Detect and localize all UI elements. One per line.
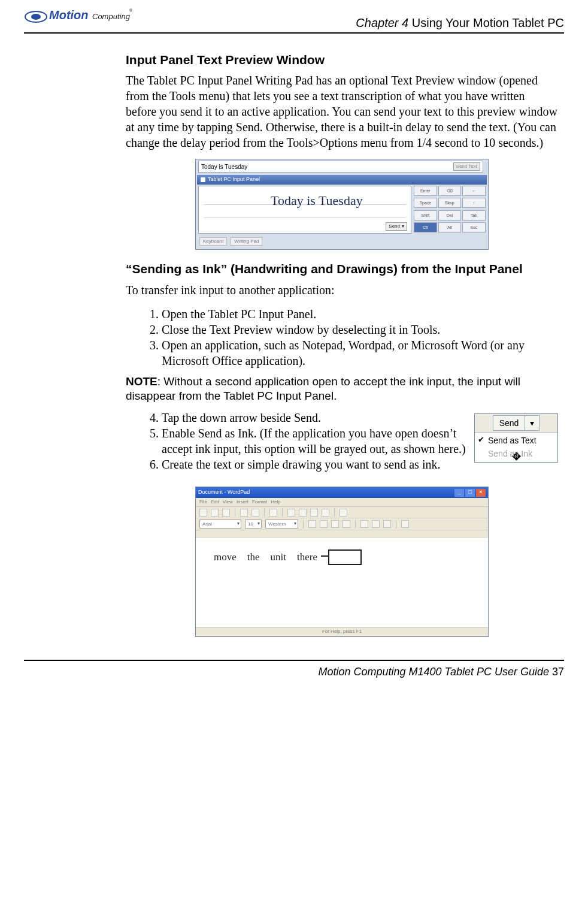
paragraph-text-preview: The Tablet PC Input Panel Writing Pad ha… xyxy=(126,73,558,150)
heading-text-preview: Input Panel Text Preview Window xyxy=(126,52,558,68)
titlebar-icon xyxy=(201,177,205,182)
menu-help[interactable]: Help xyxy=(271,499,280,505)
underline-icon[interactable] xyxy=(331,520,339,528)
input-panel-titlebar: Tablet PC Input Panel xyxy=(197,175,487,185)
preview-icon[interactable] xyxy=(251,509,259,517)
key-alt[interactable]: Alt xyxy=(438,222,462,232)
key-bksp[interactable]: Bksp xyxy=(438,198,462,208)
paste-icon[interactable] xyxy=(310,509,318,517)
wordpad-menubar: File Edit View Insert Format Help xyxy=(196,498,488,507)
key-up[interactable]: ↑ xyxy=(462,198,486,208)
svg-text:®: ® xyxy=(129,8,133,13)
find-icon[interactable] xyxy=(269,509,277,517)
wordpad-statusbar: For Help, press F1 xyxy=(196,627,488,636)
key-esc[interactable]: Esc xyxy=(462,222,486,232)
key-bksp-icon[interactable]: ⌫ xyxy=(438,186,462,196)
close-button[interactable]: × xyxy=(476,489,486,497)
note-label: NOTE xyxy=(126,375,157,388)
key-space[interactable]: Space xyxy=(414,198,437,208)
cut-icon[interactable] xyxy=(287,509,295,517)
ink-sample: move the unit there xyxy=(214,549,362,565)
figure-wordpad: Document - WordPad _ □ × File Edit View … xyxy=(126,487,558,637)
open-icon[interactable] xyxy=(211,509,219,517)
new-icon[interactable] xyxy=(199,509,207,517)
step-2: 2. Close the Text Preview window by dese… xyxy=(150,322,558,337)
print-icon[interactable] xyxy=(240,509,248,517)
font-name-combo[interactable]: Arial xyxy=(199,520,241,529)
chapter-title: Using Your Motion Tablet PC xyxy=(408,16,564,29)
svg-text:Computing: Computing xyxy=(92,12,131,21)
date-icon[interactable] xyxy=(340,509,347,517)
handwriting-sample: Today is Tuesday xyxy=(271,192,363,210)
align-right-icon[interactable] xyxy=(383,520,391,528)
menu-view[interactable]: View xyxy=(223,499,233,505)
intro-sending-as-ink: To transfer ink input to another applica… xyxy=(126,282,558,298)
italic-icon[interactable] xyxy=(320,520,328,528)
text-preview-bar: Today is Tuesday Send Text xyxy=(198,161,483,173)
svg-point-1 xyxy=(31,14,41,20)
check-icon: ✔ xyxy=(478,435,484,445)
color-icon[interactable] xyxy=(343,520,350,528)
font-script-combo[interactable]: Western xyxy=(265,520,298,529)
menu-insert[interactable]: Insert xyxy=(237,499,248,505)
send-button[interactable]: Send xyxy=(493,415,526,431)
preview-text: Today is Tuesday xyxy=(201,163,247,171)
note-block: NOTE: Without a second application open … xyxy=(126,375,558,404)
svg-text:Motion: Motion xyxy=(49,8,89,22)
wordpad-titlebar: Document - WordPad _ □ × xyxy=(196,487,488,498)
key-ctl[interactable]: Ctl xyxy=(414,222,437,232)
wordpad-ruler xyxy=(196,530,488,537)
wordpad-toolbar xyxy=(196,507,488,518)
note-body: : Without a second application open to a… xyxy=(126,375,520,403)
figure-input-panel: Today is Tuesday Send Text Tablet PC Inp… xyxy=(126,159,558,250)
page-footer: Motion Computing M1400 Tablet PC User Gu… xyxy=(24,660,564,678)
menu-file[interactable]: File xyxy=(199,499,207,505)
key-enter[interactable]: Enter xyxy=(414,186,437,196)
send-dropdown-arrow[interactable]: ▾ xyxy=(525,415,539,431)
steps-group-a: 1. Open the Tablet PC Input Panel. 2. Cl… xyxy=(126,306,558,369)
page-number: 37 xyxy=(552,666,564,678)
input-panel-tabs: Keyboard Writing Pad xyxy=(197,236,487,247)
bullets-icon[interactable] xyxy=(401,520,409,528)
send-text-button[interactable]: Send Text xyxy=(453,162,480,171)
step-3: 3. Open an application, such as Notepad,… xyxy=(150,337,558,369)
wordpad-window: Document - WordPad _ □ × File Edit View … xyxy=(195,487,489,637)
menu-edit[interactable]: Edit xyxy=(211,499,219,505)
tab-keyboard[interactable]: Keyboard xyxy=(199,237,227,246)
bold-icon[interactable] xyxy=(308,520,316,528)
chapter-label: Chapter 4 Using Your Motion Tablet PC xyxy=(356,16,564,30)
align-left-icon[interactable] xyxy=(360,520,368,528)
send-menu-popup: Send ▾ ✥ ✔ Send as Text Send as Ink xyxy=(474,413,558,463)
font-size-combo[interactable]: 10 xyxy=(245,520,262,529)
tab-writing-pad[interactable]: Writing Pad xyxy=(231,237,262,246)
send-dropdown[interactable]: Send ▾ xyxy=(386,222,407,231)
step-1: 1. Open the Tablet PC Input Panel. xyxy=(150,306,558,322)
align-center-icon[interactable] xyxy=(372,520,380,528)
body-content: Input Panel Text Preview Window The Tabl… xyxy=(126,52,558,637)
menu-send-as-ink: Send as Ink xyxy=(475,447,557,460)
heading-sending-as-ink: “Sending as Ink” (Handwriting and Drawin… xyxy=(126,261,558,277)
key-del[interactable]: Del xyxy=(438,210,462,221)
wordpad-title: Document - WordPad xyxy=(198,489,250,496)
key-grid: Enter ⌫ ← Space Bksp ↑ Shift Del Tab Ctl… xyxy=(414,186,486,234)
menu-send-as-text[interactable]: ✔ Send as Text xyxy=(475,434,557,447)
maximize-button[interactable]: □ xyxy=(465,489,475,497)
undo-icon[interactable] xyxy=(322,509,329,517)
footer-text: Motion Computing M1400 Tablet PC User Gu… xyxy=(318,666,552,678)
input-panel-window: Today is Tuesday Send Text Tablet PC Inp… xyxy=(195,159,489,250)
writing-pad-area[interactable]: Today is Tuesday Send ▾ xyxy=(198,186,411,234)
input-panel-title: Tablet PC Input Panel xyxy=(208,176,260,183)
box-sketch-icon xyxy=(328,549,362,565)
chapter-number: Chapter 4 xyxy=(356,16,408,29)
motion-computing-logo-icon: Motion Computing ® xyxy=(24,6,135,30)
save-icon[interactable] xyxy=(222,509,230,517)
key-tab[interactable]: Tab xyxy=(462,210,486,221)
minimize-button[interactable]: _ xyxy=(454,489,464,497)
wordpad-formatbar: Arial 10 Western xyxy=(196,518,488,530)
key-left[interactable]: ← xyxy=(462,186,486,196)
copy-icon[interactable] xyxy=(299,509,307,517)
key-shift[interactable]: Shift xyxy=(414,210,437,221)
page-header: Motion Computing ® Chapter 4 Using Your … xyxy=(24,6,564,34)
menu-format[interactable]: Format xyxy=(252,499,267,505)
wordpad-canvas[interactable]: move the unit there xyxy=(196,537,488,627)
